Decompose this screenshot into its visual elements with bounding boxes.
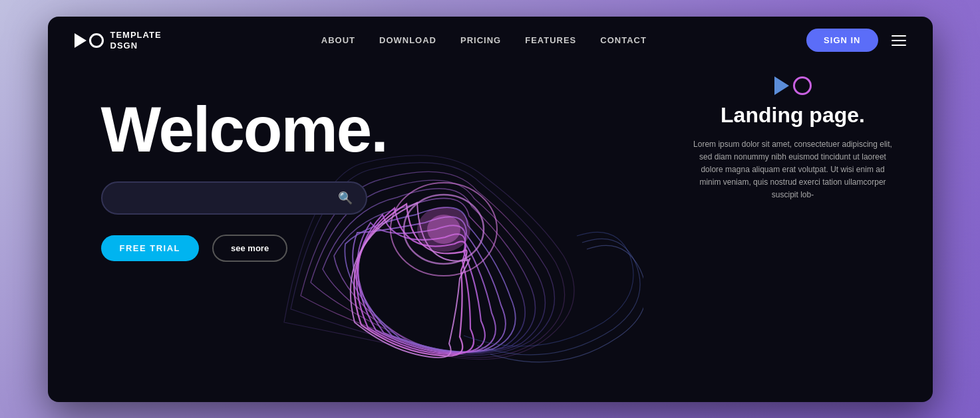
nav-link-contact[interactable]: CONTACT — [600, 35, 647, 45]
search-bar[interactable]: 🔍 — [101, 181, 367, 215]
card-title: Landing page. — [693, 103, 893, 128]
logo-circle-icon — [89, 33, 104, 48]
nav-links: ABOUT DOWNLOAD PRICING FEATURES CONTACT — [321, 35, 647, 45]
card-triangle-icon — [774, 76, 789, 95]
welcome-title: Welcome. — [101, 98, 474, 161]
logo[interactable]: TEMPLATE DSGN — [75, 30, 162, 51]
right-info-card: Landing page. Lorem ipsum dolor sit amet… — [693, 76, 893, 202]
free-trial-button[interactable]: FREE TRIAL — [101, 235, 200, 261]
nav-link-features[interactable]: FEATURES — [525, 35, 576, 45]
search-input[interactable] — [116, 192, 338, 203]
see-more-button[interactable]: see more — [212, 235, 287, 262]
hamburger-line-1 — [892, 35, 906, 37]
card-description: Lorem ipsum dolor sit amet, consectetuer… — [693, 138, 893, 202]
nav-link-pricing[interactable]: PRICING — [460, 35, 501, 45]
hamburger-menu[interactable] — [892, 35, 906, 46]
nav-right: SIGN IN — [806, 29, 905, 52]
logo-triangle-icon — [75, 33, 86, 48]
search-icon[interactable]: 🔍 — [338, 191, 353, 205]
navbar: TEMPLATE DSGN ABOUT DOWNLOAD PRICING FEA… — [48, 17, 933, 64]
nav-link-about[interactable]: ABOUT — [321, 35, 355, 45]
cta-buttons: FREE TRIAL see more — [101, 235, 474, 262]
left-section: Welcome. 🔍 FREE TRIAL see more — [101, 84, 474, 262]
browser-window: TEMPLATE DSGN ABOUT DOWNLOAD PRICING FEA… — [48, 17, 933, 402]
hamburger-line-3 — [892, 45, 906, 46]
card-circle-icon — [793, 76, 812, 95]
nav-link-download[interactable]: DOWNLOAD — [379, 35, 436, 45]
logo-text: TEMPLATE DSGN — [110, 30, 162, 51]
hamburger-line-2 — [892, 40, 906, 41]
card-logo — [693, 76, 893, 95]
sign-in-button[interactable]: SIGN IN — [806, 29, 878, 52]
logo-icon — [75, 33, 104, 48]
